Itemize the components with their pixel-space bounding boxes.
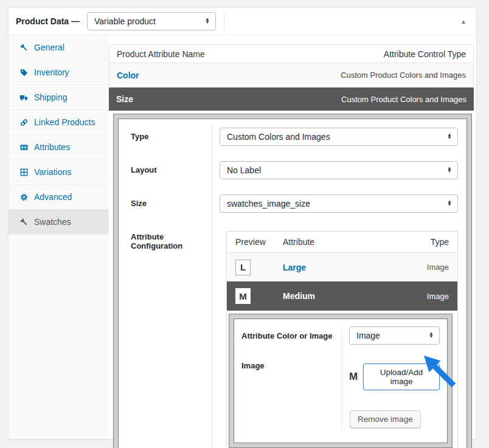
size-config-container: Type Custom Colors and Images ▲▼ Layout … [113, 114, 472, 448]
preview-header: Preview [235, 237, 283, 247]
tab-inventory[interactable]: Inventory [9, 60, 109, 85]
attribute-color-link[interactable]: Color [117, 71, 139, 80]
medium-attribute-link[interactable]: Medium [283, 291, 427, 301]
large-type: Image [427, 263, 449, 272]
swatches-panel: Product Attribute Name Attribute Control… [109, 35, 476, 439]
tab-variations[interactable]: Variations [9, 160, 109, 185]
attribute-color-or-image-select[interactable]: Image ▲▼ [349, 326, 440, 345]
type-select[interactable]: Custom Colors and Images ▲▼ [220, 128, 458, 146]
medium-preview-swatch: M [235, 288, 251, 304]
tab-label: Advanced [34, 192, 72, 202]
large-preview-swatch: L [235, 260, 251, 275]
tab-advanced[interactable]: Advanced [9, 185, 109, 210]
type-label: Type [119, 124, 212, 157]
attribute-row-size[interactable]: Size Custom Product Colors and Images [109, 88, 474, 111]
tab-label: Attributes [34, 142, 70, 152]
config-table-header: Preview Attribute Type [227, 232, 457, 253]
tab-attributes[interactable]: Attributes [9, 135, 109, 160]
select-stepper-icon: ▲▼ [447, 167, 452, 173]
image-label: Image [234, 356, 342, 432]
large-attribute-link[interactable]: Large [283, 263, 427, 272]
tab-general[interactable]: General [9, 35, 109, 60]
type-header: Type [431, 237, 449, 247]
grid-icon [19, 168, 29, 177]
truck-icon [19, 93, 29, 102]
select-stepper-icon: ▲▼ [205, 18, 210, 24]
image-thumbnail: M [349, 371, 358, 383]
medium-config-container: Attribute Color or Image Image ▲▼ Image [229, 314, 453, 448]
wrench-icon [19, 218, 29, 227]
size-label: Size [119, 191, 212, 224]
layout-label: Layout [119, 157, 212, 191]
gear-icon [19, 193, 29, 202]
upload-add-image-button[interactable]: Upload/Add image [363, 364, 440, 390]
tab-label: Linked Products [34, 117, 95, 127]
attribute-size-link[interactable]: Size [116, 94, 133, 104]
config-row-medium[interactable]: M Medium Image [227, 281, 457, 311]
tab-label: Shipping [34, 92, 68, 102]
product-type-value: Variable product [94, 16, 156, 26]
tab-swatches[interactable]: Swatches [9, 210, 109, 235]
metabox-header: Product Data — Variable product ▲▼ ▲ [9, 8, 476, 35]
size-select[interactable]: swatches_image_size ▲▼ [220, 195, 458, 213]
tab-label: Inventory [34, 67, 69, 77]
tag-icon [19, 68, 29, 77]
tab-shipping[interactable]: Shipping [9, 85, 109, 110]
size-config-panel: Type Custom Colors and Images ▲▼ Layout … [118, 119, 467, 448]
select-stepper-icon: ▲▼ [429, 333, 434, 339]
metabox-body: General Inventory Shipping Linked Produc… [9, 35, 476, 439]
link-icon [19, 118, 29, 127]
attribute-configuration-table: Preview Attribute Type L Large Image M [226, 231, 458, 448]
attribute-color-type: Custom Product Colors and Images [341, 71, 466, 80]
select-stepper-icon: ▲▼ [447, 134, 452, 140]
collapse-toggle-icon[interactable]: ▲ [458, 16, 469, 27]
product-data-tabs: General Inventory Shipping Linked Produc… [9, 35, 109, 439]
attribute-row-color: Color Custom Product Colors and Images [109, 63, 474, 88]
tab-label: Swatches [34, 217, 71, 227]
attribute-size-type: Custom Product Colors and Images [341, 95, 466, 104]
card-icon [19, 143, 29, 152]
header-divider [224, 13, 224, 30]
attribute-color-or-image-label: Attribute Color or Image [234, 326, 342, 356]
tab-label: General [34, 43, 64, 52]
medium-type: Image [427, 292, 449, 301]
metabox-title: Product Data — [16, 16, 80, 26]
remove-image-button[interactable]: Remove image [350, 410, 421, 428]
attribute-control-type-header: Attribute Control Type [384, 49, 466, 59]
product-type-select[interactable]: Variable product ▲▼ [87, 12, 216, 30]
select-stepper-icon: ▲▼ [447, 201, 452, 207]
tab-linked-products[interactable]: Linked Products [9, 110, 109, 135]
attributes-table-header: Product Attribute Name Attribute Control… [109, 44, 474, 63]
layout-select[interactable]: No Label ▲▼ [220, 161, 458, 179]
medium-config-panel: Attribute Color or Image Image ▲▼ Image [234, 319, 448, 443]
product-data-metabox: Product Data — Variable product ▲▼ ▲ Gen… [8, 7, 477, 439]
attribute-header: Attribute [283, 237, 431, 247]
attribute-configuration-label: Attribute Configuration [119, 224, 212, 448]
attribute-name-header: Product Attribute Name [117, 49, 205, 59]
wrench-icon [19, 43, 29, 52]
tab-label: Variations [34, 167, 71, 177]
config-row-large: L Large Image [227, 253, 457, 281]
